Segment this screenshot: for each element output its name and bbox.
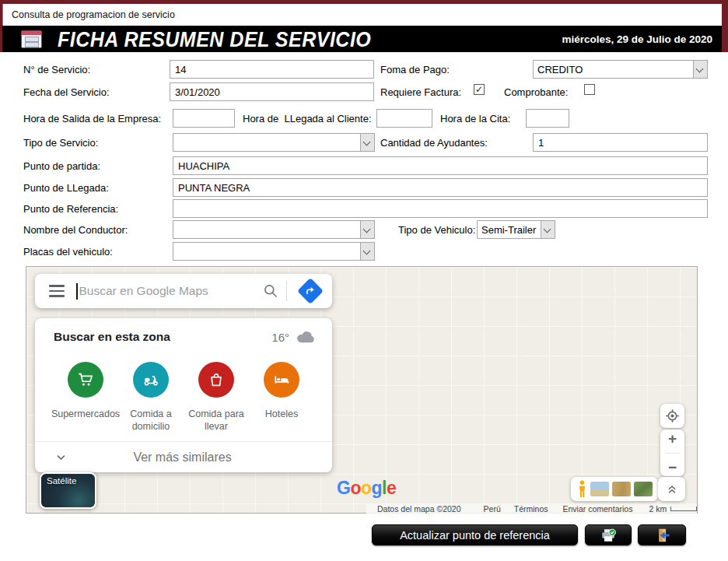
requiere-factura-checkbox[interactable]: ✓	[474, 84, 485, 95]
access-form-icon	[21, 30, 42, 48]
scooter-icon	[133, 362, 169, 398]
fecha-input[interactable]: 3/01/2020	[170, 82, 374, 101]
category-hoteles[interactable]: Hoteles	[251, 362, 312, 433]
collapse-panel-button[interactable]	[658, 477, 685, 501]
menu-icon[interactable]	[49, 285, 65, 296]
scale-bar	[670, 507, 697, 511]
imagery-panel	[571, 477, 658, 501]
feedback-link[interactable]: Enviar comentarios	[563, 504, 633, 514]
see-more-row[interactable]: Ver más similares	[35, 442, 332, 472]
chevron-down-icon[interactable]	[541, 221, 555, 238]
hora-salida-label: Hora de Salida de la Empresa:	[23, 113, 161, 124]
tipo-servicio-value	[173, 134, 360, 151]
comprobante-label: Comprobante:	[504, 86, 568, 98]
punto-llegada-input[interactable]: PUNTA NEGRA	[173, 178, 708, 197]
magnifier-icon[interactable]	[263, 283, 278, 299]
tipo-servicio-label: Tipo de Servicio:	[23, 137, 98, 149]
my-location-button[interactable]	[660, 404, 684, 428]
pegman-icon[interactable]	[577, 480, 587, 498]
chevron-down-icon	[55, 451, 67, 463]
google-logo: Google	[337, 478, 396, 499]
hora-salida-input[interactable]	[173, 109, 235, 128]
punto-partida-input[interactable]: HUACHIPA	[173, 156, 708, 175]
divider	[665, 453, 680, 454]
document-tab-title: Consulta de programacion de servicio	[12, 9, 175, 20]
temperature-label: 16°	[271, 331, 289, 344]
conductor-label: Nombre del Conductor:	[23, 224, 128, 236]
placas-value	[173, 243, 360, 260]
print-button[interactable]	[585, 524, 632, 545]
map-search-bar[interactable]: Buscar en Google Maps	[35, 274, 332, 308]
satellite-layer-toggle[interactable]: Satélite	[40, 472, 96, 509]
category-label: Hoteles	[265, 408, 298, 420]
servicio-input[interactable]: 14	[170, 60, 374, 79]
placas-label: Placas del vehiculo:	[23, 246, 113, 258]
cart-icon	[68, 362, 103, 398]
punto-llegada-label: Punto de LLegada:	[23, 182, 109, 194]
service-summary-window: Consulta de programacion de servicio FIC…	[0, 0, 728, 561]
map-search-input[interactable]: Buscar en Google Maps	[79, 284, 264, 298]
terms-link[interactable]: Términos	[514, 504, 548, 514]
see-more-label: Ver más similares	[67, 451, 298, 465]
hora-llegada-label: Hora de LLegada al Cliente:	[243, 113, 372, 124]
imagery-thumbnail[interactable]	[634, 482, 653, 496]
ayudantes-input[interactable]: 1	[533, 133, 708, 152]
category-label: Comida para llevar	[186, 408, 247, 433]
scale-label: 2 km	[649, 504, 667, 514]
category-label: Supermercados	[51, 408, 120, 420]
hora-llegada-input[interactable]	[376, 109, 432, 128]
punto-referencia-label: Punto de Referencia:	[23, 203, 118, 215]
punto-referencia-input[interactable]	[173, 199, 708, 218]
chevron-down-icon[interactable]	[360, 134, 374, 151]
exit-button[interactable]	[638, 524, 686, 545]
printer-check-icon	[600, 527, 618, 544]
conductor-combo[interactable]	[173, 220, 375, 239]
google-map[interactable]: Buscar en Google Maps Buscar en esta zon…	[26, 266, 698, 514]
category-comida-llevar[interactable]: Comida para llevar	[186, 362, 247, 433]
update-reference-button[interactable]: Actualizar punto de referencia	[372, 524, 578, 545]
text-caret	[76, 283, 78, 300]
hora-cita-label: Hora de la Cita:	[440, 113, 510, 124]
forma-pago-combo[interactable]: CREDITO	[533, 60, 708, 79]
forma-pago-value: CREDITO	[534, 61, 693, 78]
zoom-out-button[interactable]: −	[660, 460, 684, 475]
takeout-bag-icon	[198, 362, 234, 398]
exit-door-icon	[653, 527, 671, 544]
zone-panel-title: Buscar en esta zona	[54, 330, 271, 344]
hora-cita-input[interactable]	[526, 109, 569, 128]
comprobante-checkbox[interactable]	[584, 84, 595, 95]
imagery-thumbnail[interactable]	[590, 482, 609, 496]
placas-combo[interactable]	[173, 242, 375, 261]
header-date: miércoles, 29 de Julio de 2020	[562, 33, 712, 45]
category-comida-domicilio[interactable]: Comida a domicilio	[121, 362, 181, 433]
zoom-in-button[interactable]: +	[660, 431, 684, 446]
category-label: Comida a domicilio	[121, 408, 181, 433]
tipo-vehiculo-label: Tipo de Vehiculo:	[398, 224, 475, 236]
zoom-controls: + −	[660, 430, 684, 476]
category-supermercados[interactable]: Supermercados	[55, 362, 116, 433]
chevron-down-icon[interactable]	[360, 243, 374, 260]
page-title: FICHA RESUMEN DEL SERVICIO	[58, 26, 371, 51]
cloud-icon	[296, 330, 317, 344]
bed-icon	[264, 362, 299, 398]
map-attribution: Datos del mapa ©2020 Perú Términos Envia…	[366, 503, 697, 514]
map-data-label: Datos del mapa ©2020	[377, 504, 461, 514]
ayudantes-label: Cantidad de Ayudantes:	[380, 137, 488, 149]
tipo-servicio-combo[interactable]	[173, 133, 375, 152]
tipo-vehiculo-combo[interactable]: Semi-Trailer	[477, 220, 555, 239]
search-this-area-panel: Buscar en esta zona 16° Supermercados	[35, 318, 332, 472]
requiere-factura-label: Requiere Factura:	[380, 86, 461, 98]
imagery-thumbnail[interactable]	[612, 482, 631, 496]
window-frame-right	[722, 0, 728, 52]
divider	[286, 281, 287, 301]
directions-diamond-icon	[297, 278, 324, 304]
tipo-vehiculo-value: Semi-Trailer	[478, 221, 541, 238]
region-link[interactable]: Perú	[484, 504, 501, 514]
forma-pago-label: Foma de Pago:	[380, 64, 450, 75]
fecha-label: Fecha del Servicio:	[23, 86, 110, 98]
document-tab-bar: Consulta de programacion de servicio	[2, 4, 722, 26]
directions-button[interactable]	[295, 282, 326, 300]
chevron-down-icon[interactable]	[360, 221, 374, 238]
double-chevron-up-icon	[667, 483, 677, 495]
chevron-down-icon[interactable]	[693, 61, 707, 78]
